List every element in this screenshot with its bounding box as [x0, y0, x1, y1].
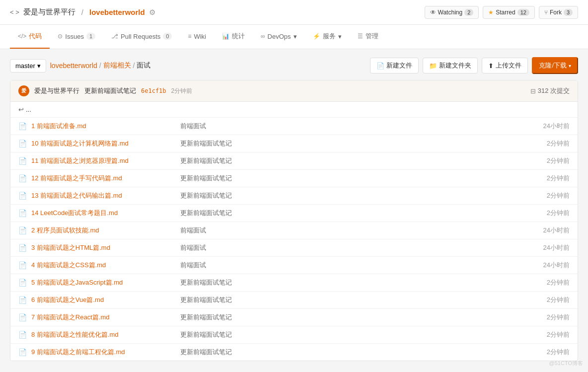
repo-icon: < > [10, 8, 19, 16]
commit-hash[interactable]: 6e1cf1b [141, 87, 166, 94]
breadcrumb-path1[interactable]: 前端相关 [103, 61, 131, 70]
tab-issues-label: Issues [65, 33, 84, 40]
file-name[interactable]: 13 前端面试题之代码输出篇.md [31, 191, 180, 200]
file-name[interactable]: 5 前端面试题之JavaScript篇.md [31, 278, 180, 287]
file-icon: 📄 [18, 209, 27, 217]
table-row: 📄 2 程序员面试软技能.md 前端面试 24小时前 [10, 222, 578, 239]
file-name[interactable]: 8 前端面试题之性能优化篇.md [31, 330, 180, 339]
fork-label: Fork [550, 9, 562, 16]
upload-button[interactable]: ⬆ 上传文件 [482, 58, 528, 74]
new-file-button[interactable]: 📄 新建文件 [370, 58, 419, 74]
file-commit-msg: 更新前端面试笔记 [180, 139, 510, 148]
nav-tabs: </> 代码 ⊙ Issues 1 ⎇ Pull Requests 0 ≡ Wi… [0, 25, 588, 49]
file-name[interactable]: 2 程序员面试软技能.md [31, 226, 180, 235]
star-icon: ★ [488, 9, 494, 16]
file-commit-msg: 前端面试 [180, 261, 510, 270]
tab-code[interactable]: </> 代码 [10, 25, 50, 49]
tab-pr-label: Pull Requests [121, 33, 160, 40]
watching-label: Watching [438, 9, 463, 16]
file-commit-msg: 更新前端面试笔记 [180, 313, 510, 322]
file-icon: 📄 [18, 244, 27, 252]
tab-wiki[interactable]: ≡ Wiki [180, 26, 214, 48]
tab-pull-requests[interactable]: ⎇ Pull Requests 0 [103, 26, 180, 48]
commit-bar: 爱 爱是与世界平行 更新前端面试笔记 6e1cf1b 2分钟前 ⊟ 312 次提… [10, 80, 578, 102]
file-commit-msg: 前端面试 [180, 243, 510, 252]
file-name[interactable]: 14 LeetCode面试常考题目.md [31, 209, 180, 218]
fork-button[interactable]: ⑂ Fork 3 [539, 6, 578, 19]
commit-time: 2分钟前 [171, 87, 193, 95]
file-icon: 📄 [18, 331, 27, 339]
table-row: 📄 3 前端面试题之HTML篇.md 前端面试 24小时前 [10, 239, 578, 257]
services-dropdown-icon: ▾ [338, 33, 342, 40]
tab-stats[interactable]: 📊 统计 [214, 25, 253, 49]
tab-wiki-label: Wiki [194, 33, 206, 40]
watching-button[interactable]: 👁 Watching 2 [425, 6, 479, 19]
watching-count: 2 [464, 9, 473, 16]
services-icon: ⚡ [313, 33, 320, 40]
table-row: 📄 1 前端面试准备.md 前端面试 24小时前 [10, 118, 578, 135]
table-row: 📄 8 前端面试题之性能优化篇.md 更新前端面试笔记 2分钟前 [10, 326, 578, 344]
tab-devops[interactable]: ∞ DevOps ▾ [253, 26, 305, 48]
file-name[interactable]: 7 前端面试题之React篇.md [31, 313, 180, 322]
commits-count: 312 次提交 [538, 86, 570, 95]
file-time: 2分钟前 [510, 278, 570, 287]
file-name[interactable]: 3 前端面试题之HTML篇.md [31, 243, 180, 252]
slash: / [81, 8, 83, 16]
file-name[interactable]: 10 前端面试题之计算机网络篇.md [31, 139, 180, 148]
file-name[interactable]: 1 前端面试准备.md [31, 122, 180, 131]
new-folder-label: 新建文件夹 [439, 61, 471, 70]
upload-label: 上传文件 [496, 61, 521, 70]
commit-author[interactable]: 爱是与世界平行 [34, 86, 79, 95]
watermark: @51CTO博客 [549, 360, 583, 367]
issues-icon: ⊙ [58, 33, 63, 40]
file-commit-msg: 更新前端面试笔记 [180, 296, 510, 304]
tab-issues[interactable]: ⊙ Issues 1 [50, 26, 103, 48]
clone-button[interactable]: 克隆/下载 ▾ [532, 57, 578, 74]
tab-manage[interactable]: ☰ 管理 [350, 25, 386, 49]
file-icon: 📄 [18, 279, 27, 287]
file-name[interactable]: 11 前端面试题之浏览器原理篇.md [31, 156, 180, 165]
breadcrumb-current: 面试 [137, 61, 150, 70]
new-folder-button[interactable]: 📁 新建文件夹 [423, 58, 478, 74]
back-row[interactable]: ↩ ... [10, 102, 578, 118]
back-dots[interactable]: ... [26, 106, 31, 113]
breadcrumb-sep2: / [133, 62, 135, 70]
starred-button[interactable]: ★ Starred 12 [483, 6, 535, 19]
breadcrumb-root[interactable]: lovebetterworld [50, 62, 97, 70]
file-time: 2分钟前 [510, 174, 570, 183]
pr-badge: 0 [163, 33, 172, 40]
tab-stats-label: 统计 [232, 32, 245, 41]
file-name[interactable]: 9 前端面试题之前端工程化篇.md [31, 348, 180, 357]
table-row: 📄 9 前端面试题之前端工程化篇.md 更新前端面试笔记 2分钟前 [10, 344, 578, 361]
tab-code-label: 代码 [29, 32, 42, 41]
code-icon: </> [18, 33, 26, 40]
new-folder-icon: 📁 [429, 62, 437, 70]
file-time: 2分钟前 [510, 313, 570, 322]
file-name[interactable]: 4 前端面试题之CSS篇.md [31, 261, 180, 270]
stats-icon: 📊 [222, 33, 229, 40]
tab-devops-label: DevOps [268, 33, 291, 40]
table-row: 📄 6 前端面试题之Vue篇.md 更新前端面试笔记 2分钟前 [10, 292, 578, 309]
tab-services[interactable]: ⚡ 服务 ▾ [305, 25, 350, 49]
devops-icon: ∞ [261, 33, 265, 40]
file-icon: 📄 [18, 192, 27, 200]
owner-name[interactable]: 爱是与世界平行 [23, 7, 75, 17]
file-icon: 📄 [18, 226, 27, 234]
file-icon: 📄 [18, 313, 27, 321]
devops-dropdown-icon: ▾ [294, 33, 297, 40]
file-name[interactable]: 12 前端面试题之手写代码篇.md [31, 174, 180, 183]
file-icon: 📄 [18, 140, 27, 148]
settings-icon[interactable]: ⚙ [149, 8, 155, 17]
file-time: 24小时前 [510, 122, 570, 131]
file-name[interactable]: 6 前端面试题之Vue篇.md [31, 296, 180, 304]
manage-icon: ☰ [358, 33, 363, 40]
repo-name[interactable]: lovebetterworld [89, 8, 145, 16]
file-icon: 📄 [18, 296, 27, 304]
toolbar-right: 📄 新建文件 📁 新建文件夹 ⬆ 上传文件 克隆/下载 ▾ [370, 57, 578, 74]
commits-icon: ⊟ [530, 87, 536, 95]
file-commit-msg: 更新前端面试笔记 [180, 191, 510, 200]
file-icon: 📄 [18, 348, 27, 356]
branch-selector[interactable]: master ▾ [10, 59, 46, 73]
file-time: 24小时前 [510, 226, 570, 235]
pr-icon: ⎇ [111, 33, 118, 40]
